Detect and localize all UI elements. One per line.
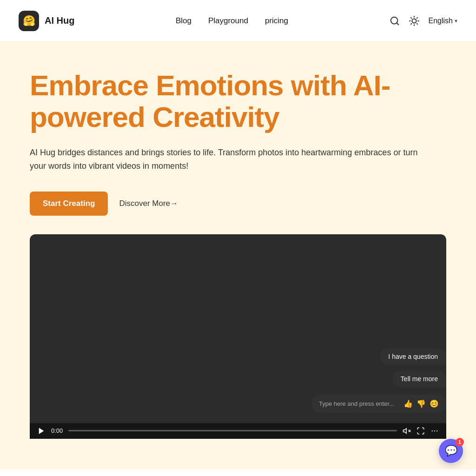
chat-thumbs-down-button[interactable]: 👎 (416, 399, 426, 408)
mute-button[interactable] (403, 427, 411, 435)
fullscreen-icon (416, 427, 425, 435)
navbar: 🤗 AI Hug Blog Playground pricing (0, 0, 476, 42)
svg-line-6 (416, 23, 417, 24)
nav-playground[interactable]: Playground (208, 16, 248, 26)
play-icon (37, 427, 46, 435)
svg-point-17 (436, 430, 437, 431)
nav-blog[interactable]: Blog (176, 16, 192, 26)
chevron-down-icon: ▾ (455, 18, 457, 24)
svg-marker-12 (403, 429, 407, 434)
nav-pricing[interactable]: pricing (265, 16, 288, 26)
video-player: I have a question Tell me more Type here… (30, 234, 446, 439)
video-progress-bar[interactable] (68, 430, 397, 431)
chat-bubble-1: I have a question (380, 348, 446, 365)
logo-emoji: 🤗 (23, 15, 35, 27)
chat-emoji-button[interactable]: 😊 (430, 399, 439, 408)
chat-bubble-2: Tell me more (392, 370, 446, 387)
search-icon (390, 16, 400, 26)
language-selector[interactable]: English ▾ (429, 17, 457, 25)
video-controls: 0:00 (30, 423, 446, 439)
hero-title: Embrace Emotions with AI-powered Creativ… (30, 70, 392, 133)
chat-input-row[interactable]: Type here and press enter... 👍 👎 😊 (311, 395, 446, 413)
more-dots-icon (430, 427, 439, 435)
chat-thumbs-up-button[interactable]: 👍 (403, 399, 413, 408)
mute-icon (403, 427, 411, 435)
chat-widget-icon: 💬 (445, 445, 457, 457)
video-right-controls (403, 427, 439, 435)
svg-line-10 (416, 17, 417, 18)
play-button[interactable] (37, 427, 46, 435)
theme-toggle-button[interactable] (409, 16, 419, 26)
logo-icon: 🤗 (19, 11, 39, 31)
svg-point-15 (432, 430, 433, 431)
more-options-button[interactable] (430, 427, 439, 435)
svg-point-16 (434, 430, 435, 431)
brand-name: AI Hug (45, 15, 74, 26)
search-button[interactable] (390, 16, 400, 26)
language-label: English (429, 17, 453, 25)
hero-subtitle: AI Hug bridges distances and brings stor… (30, 146, 434, 173)
svg-line-9 (410, 23, 411, 24)
video-time: 0:00 (51, 427, 63, 434)
chat-widget-badge: 1 (456, 438, 464, 446)
logo-area[interactable]: 🤗 AI Hug (19, 11, 74, 31)
chat-widget-button[interactable]: 1 💬 (439, 439, 463, 463)
hero-buttons: Start Creating Discover More→ (30, 192, 446, 216)
svg-line-5 (410, 17, 411, 18)
chat-overlay: I have a question Tell me more Type here… (311, 348, 446, 413)
svg-marker-11 (39, 428, 44, 434)
hero-section: Embrace Emotions with AI-powered Creativ… (0, 42, 476, 469)
discover-more-link[interactable]: Discover More→ (119, 199, 178, 208)
svg-point-2 (412, 19, 416, 23)
svg-line-1 (397, 23, 398, 25)
chat-input-placeholder: Type here and press enter... (319, 400, 400, 407)
navbar-right: English ▾ (390, 16, 457, 26)
fullscreen-button[interactable] (416, 427, 425, 435)
nav-links: Blog Playground pricing (176, 16, 288, 26)
start-creating-button[interactable]: Start Creating (30, 192, 108, 216)
sun-icon (409, 16, 419, 26)
